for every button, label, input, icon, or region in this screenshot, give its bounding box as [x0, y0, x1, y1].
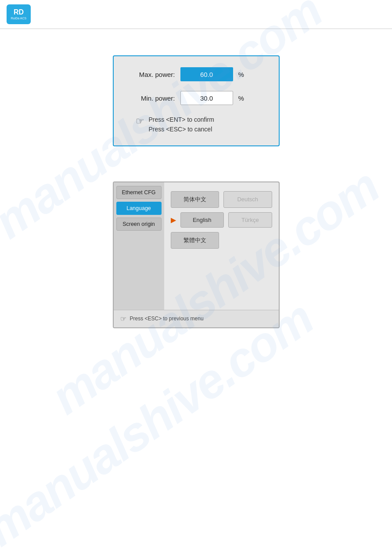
sidebar-item-screen-origin[interactable]: Screen origin — [116, 218, 162, 231]
lang-btn-deutsch[interactable]: Deutsch — [223, 191, 272, 208]
power-dialog: Max. power: % Min. power: % ☞ Press <ENT… — [113, 55, 280, 146]
settings-sidebar: Ethernet CFG Language Screen origin — [114, 182, 164, 310]
power-hint: ☞ Press <ENT> to confirm Press <ESC> to … — [136, 115, 266, 134]
selected-arrow-icon: ▶ — [171, 216, 176, 224]
logo: RD RuiDa ACS — [7, 4, 31, 24]
lang-btn-simplified-chinese[interactable]: 简体中文 — [171, 191, 219, 208]
lang-btn-traditional-chinese[interactable]: 繁體中文 — [171, 232, 219, 249]
footer-text: Press <ESC> to previous menu — [130, 316, 204, 322]
max-power-label: Max. power: — [127, 71, 175, 78]
header: RD RuiDa ACS — [0, 0, 392, 29]
settings-panel: Ethernet CFG Language Screen origin 简体中文… — [113, 181, 280, 328]
footer-hand-icon: ☞ — [120, 315, 126, 323]
logo-rd-text: RD — [14, 9, 24, 16]
hint-text: Press <ENT> to confirm Press <ESC> to ca… — [149, 115, 214, 134]
lang-row-1: 简体中文 Deutsch — [171, 191, 272, 208]
hand-icon: ☞ — [136, 116, 144, 127]
sidebar-item-language[interactable]: Language — [116, 202, 162, 215]
lang-btn-turkce[interactable]: Türkçe — [228, 212, 272, 228]
logo-sub-text: RuiDa ACS — [11, 17, 26, 20]
lang-row-3: 繁體中文 — [171, 232, 272, 249]
page-content: Max. power: % Min. power: % ☞ Press <ENT… — [0, 29, 392, 337]
max-power-unit: % — [238, 71, 244, 78]
min-power-input[interactable] — [180, 91, 233, 105]
max-power-input[interactable] — [180, 67, 233, 81]
lang-row-2-buttons: English Türkçe — [180, 212, 272, 228]
hint-line2: Press <ESC> to cancel — [149, 126, 212, 133]
lang-btn-english[interactable]: English — [180, 212, 224, 228]
lang-row-2: ▶ English Türkçe — [171, 212, 272, 228]
hint-line1: Press <ENT> to confirm — [149, 116, 214, 123]
min-power-unit: % — [238, 94, 244, 102]
settings-body: Ethernet CFG Language Screen origin 简体中文… — [114, 182, 279, 310]
min-power-row: Min. power: % — [127, 91, 266, 105]
settings-footer: ☞ Press <ESC> to previous menu — [114, 310, 279, 327]
settings-main: 简体中文 Deutsch ▶ English Türkçe 繁體中文 — [164, 182, 279, 310]
sidebar-item-ethernet-cfg[interactable]: Ethernet CFG — [116, 186, 162, 199]
min-power-label: Min. power: — [127, 94, 175, 102]
max-power-row: Max. power: % — [127, 67, 266, 81]
